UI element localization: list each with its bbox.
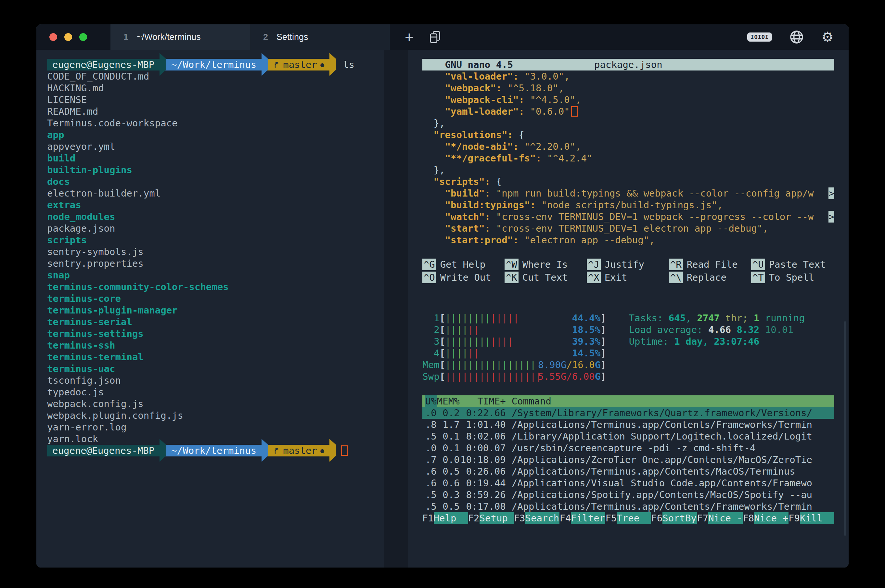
terminal-pane-left[interactable]: eugene@Eugenes-MBP~/Work/terminusmaster●… [36,50,384,567]
serial-ports-button[interactable]: IOIOI [747,33,772,42]
mem-percent: 0.2 [436,407,460,419]
mem-column-header[interactable]: MEM% [436,395,460,407]
cpu-time: 0:19.44 [460,477,506,489]
process-row[interactable]: .70.010:18.09 /Applications/ZeroTier One… [422,454,834,465]
mem-percent: 0.0 [436,454,460,465]
fkey-f3[interactable]: F3Search [514,512,560,524]
process-row[interactable]: .00.10:00.07 /usr/sbin/screencapture -pd… [422,442,834,454]
file-name: Terminus.code-workspace [47,118,178,129]
shortcut-key-badge: ^W [504,259,519,270]
process-row[interactable]: .60.50:26.06 /Applications/Terminus.app/… [422,465,834,477]
nano-code-line: "val-loader": "3.0.0", [422,70,834,82]
meter-label: 2 [422,324,440,336]
process-row[interactable]: .50.18:02.06 /Library/Application Suppor… [422,430,834,442]
directory-name: builtin-plugins [47,164,132,176]
fkey-number: F9 [789,512,800,524]
pane-divider[interactable] [384,50,408,567]
mem-percent: 0.6 [436,477,460,489]
nano-shortcut[interactable]: ^WWhere Is [504,259,587,271]
process-row[interactable]: .60.60:19.44 /Applications/Visual Studio… [422,477,834,489]
fkey-f8[interactable]: F8Nice + [743,512,789,524]
git-branch-icon [273,446,280,455]
terminal-pane-right[interactable]: GNU nano 4.5 package.json "val-loader": … [408,50,849,567]
process-row[interactable]: .00.20:22.66 /System/Library/Frameworks/… [422,407,834,419]
htop-pane: 1[|||||||||||||44.4%]2[||||||18.5%]3[|||… [422,312,834,524]
shortcut-key-badge: ^J [587,259,601,270]
nano-shortcut[interactable]: ^XExit [587,272,669,284]
fkey-action: Help [434,512,468,524]
nano-shortcut-bar: ^GGet Help^WWhere Is^JJustify^RRead File… [422,259,834,284]
nano-shortcut[interactable]: ^\Replace [669,272,751,284]
nano-shortcut[interactable]: ^OWrite Out [422,272,504,284]
git-status-dot: ● [320,445,324,456]
fkey-f4[interactable]: F4Filter [560,512,605,524]
nano-code-line: "**/graceful-fs": "^4.2.4" [422,152,834,164]
time-column-header[interactable]: TIME+ [460,395,506,407]
file-name: webpack.config.js [47,398,144,410]
command-column-header[interactable]: Command [512,395,834,407]
duplicate-tab-button[interactable] [425,24,445,50]
file-name: package.json [47,223,116,234]
sort-column-header[interactable]: U% [425,395,436,407]
nano-code-line: "start": "cross-env TERMINUS_DEV=1 elect… [422,222,834,234]
nano-shortcut[interactable]: ^JJustify [587,259,669,271]
nano-shortcut[interactable]: ^RRead File [669,259,751,271]
line-continuation-marker: > [828,211,834,222]
file-item: appveyor.yml [47,141,384,152]
shortcut-label: Write Out [440,272,491,283]
minimize-window-button[interactable] [64,33,72,41]
fkey-f6[interactable]: F6SortBy [651,512,697,524]
cpu-percent: .0 [425,407,436,419]
nano-shortcut[interactable]: ^TTo Spell [751,272,833,284]
tab-number: 2 [263,32,268,42]
directory-name: terminus-terminal [47,351,144,363]
maximize-window-button[interactable] [79,33,87,41]
fkey-f1[interactable]: F1Help [422,512,468,524]
mem-percent: 0.1 [436,442,460,454]
meter-value: 18.5% [572,324,600,336]
file-item: sentry.properties [47,258,384,269]
directory-name: terminus-settings [47,328,144,339]
settings-button[interactable]: ⚙ [821,30,834,44]
fkey-f9[interactable]: F9Kill [789,512,834,524]
meter-bars: |||||| [445,348,479,358]
new-tab-button[interactable]: + [402,24,417,50]
nano-code-line: "resolutions": { [422,129,834,141]
file-name: tsconfig.json [47,375,121,386]
nano-shortcut[interactable]: ^KCut Text [504,272,587,284]
nano-code-line: "start:prod": "electron app --debug", [422,234,834,246]
scrollbar[interactable] [844,321,846,536]
nano-shortcut[interactable]: ^GGet Help [422,259,504,271]
powerline-arrow-icon [330,59,336,70]
meter-row-1: 1[|||||||||||||44.4%] [422,312,606,324]
prompt-git-segment: master● [268,445,330,456]
file-name: sentry-symbols.js [47,246,144,257]
process-row[interactable]: .81.71:01.40 /Applications/Terminus.app/… [422,419,834,430]
fkey-f5[interactable]: F5Tree [605,512,651,524]
meter-label: 4 [422,347,440,359]
prompt-user-segment: eugene@Eugenes-MBP [47,445,159,456]
shortcut-label: Get Help [440,259,486,270]
cpu-time: 0:26.06 [460,465,506,477]
nano-code-line: "scripts": { [422,176,834,188]
tab-~/Work/terminus[interactable]: 1~/Work/terminus [111,24,250,50]
fkey-f7[interactable]: F7Nice - [697,512,743,524]
typed-command: ls [343,59,354,70]
shortcut-label: Read File [687,259,738,270]
process-row[interactable]: .50.38:59.26 /Applications/Spotify.app/C… [422,489,834,501]
meter-label: Swp [422,370,440,382]
mem-percent: 0.3 [436,489,460,501]
cpu-percent: .5 [425,430,436,442]
tab-Settings[interactable]: 2Settings [250,24,390,50]
cpu-time: 0:22.66 [460,407,506,419]
file-item: scripts [47,234,384,246]
language-globe-button[interactable] [789,29,804,45]
process-table-header[interactable]: U%MEM%TIME+ Command [422,395,834,407]
directory-name: terminus-core [47,293,121,304]
process-row[interactable]: .50.50:17.08 /Applications/Terminus.app/… [422,501,834,512]
close-window-button[interactable] [50,33,57,41]
cpu-percent: .5 [425,489,436,501]
fkey-f2[interactable]: F2Setup [468,512,514,524]
file-item: Terminus.code-workspace [47,117,384,129]
nano-shortcut[interactable]: ^UPaste Text [751,259,833,271]
